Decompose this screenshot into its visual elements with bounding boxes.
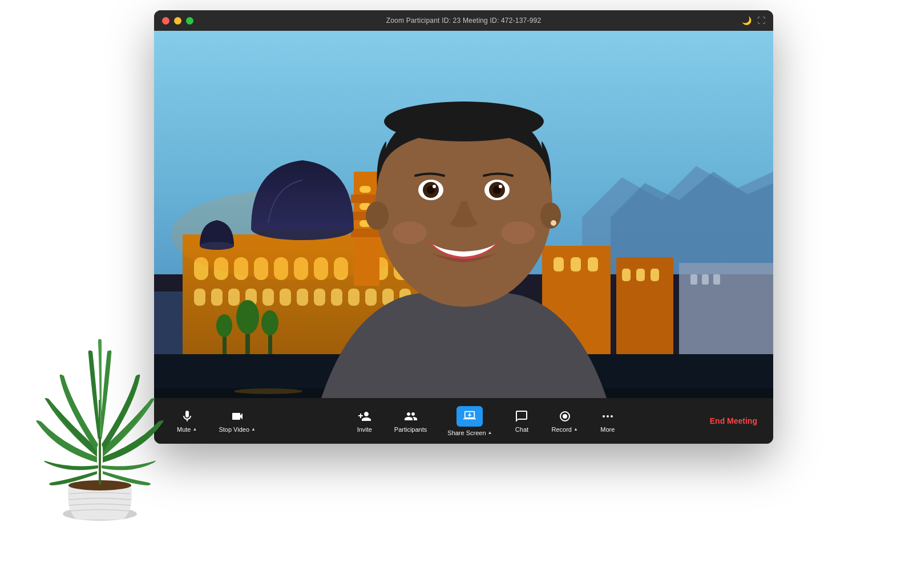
invite-icon bbox=[358, 409, 371, 423]
controls-left: Mute ▲ Stop Video ▲ bbox=[168, 405, 265, 437]
person-video bbox=[293, 31, 635, 398]
more-button[interactable]: More bbox=[589, 405, 626, 437]
invite-label: Invite bbox=[357, 426, 372, 433]
decorative-plant bbox=[34, 286, 165, 531]
video-area bbox=[154, 31, 773, 398]
controls-center: Invite Participants Share Screen ▲ bbox=[346, 402, 626, 441]
svg-point-69 bbox=[384, 102, 544, 141]
moon-icon[interactable]: 🌙 bbox=[742, 16, 752, 25]
svg-point-45 bbox=[261, 310, 278, 335]
svg-rect-18 bbox=[194, 289, 205, 306]
controls-bar: Mute ▲ Stop Video ▲ bbox=[154, 398, 773, 444]
zoom-window: Zoom Participant ID: 23 Meeting ID: 472-… bbox=[154, 10, 773, 444]
svg-point-84 bbox=[611, 415, 613, 417]
svg-point-73 bbox=[433, 185, 436, 188]
minimize-button[interactable] bbox=[174, 17, 181, 25]
mute-button[interactable]: Mute ▲ bbox=[168, 405, 206, 437]
svg-point-83 bbox=[607, 415, 609, 417]
svg-point-47 bbox=[216, 314, 232, 337]
title-bar: Zoom Participant ID: 23 Meeting ID: 472-… bbox=[154, 10, 773, 31]
stop-video-label: Stop Video ▲ bbox=[219, 426, 256, 433]
svg-rect-55 bbox=[651, 269, 659, 281]
svg-rect-23 bbox=[280, 289, 291, 306]
svg-point-77 bbox=[499, 185, 502, 188]
svg-rect-58 bbox=[702, 274, 709, 285]
svg-point-78 bbox=[393, 221, 427, 244]
more-label: More bbox=[600, 426, 615, 433]
window-title: Zoom Participant ID: 23 Meeting ID: 472-… bbox=[386, 17, 542, 25]
fullscreen-icon[interactable]: ⛶ bbox=[757, 16, 765, 25]
svg-point-43 bbox=[236, 300, 259, 334]
participants-icon bbox=[404, 409, 418, 423]
svg-point-68 bbox=[551, 220, 556, 226]
svg-rect-57 bbox=[690, 274, 697, 285]
svg-point-40 bbox=[200, 242, 234, 250]
svg-rect-59 bbox=[713, 274, 720, 285]
chat-icon bbox=[515, 409, 528, 423]
svg-point-82 bbox=[603, 415, 605, 417]
svg-rect-20 bbox=[228, 289, 240, 306]
invite-button[interactable]: Invite bbox=[346, 405, 383, 437]
share-screen-label: Share Screen ▲ bbox=[447, 429, 492, 436]
svg-rect-54 bbox=[636, 269, 645, 281]
svg-rect-19 bbox=[211, 289, 223, 306]
participants-label: Participants bbox=[394, 426, 427, 433]
share-screen-button[interactable]: Share Screen ▲ bbox=[438, 402, 501, 441]
microphone-icon bbox=[180, 409, 194, 423]
chat-label: Chat bbox=[515, 426, 528, 433]
stop-video-button[interactable]: Stop Video ▲ bbox=[209, 405, 265, 437]
title-bar-actions: 🌙 ⛶ bbox=[742, 16, 765, 25]
video-icon bbox=[231, 409, 244, 423]
svg-point-66 bbox=[366, 201, 389, 230]
participants-button[interactable]: Participants bbox=[385, 405, 436, 437]
chat-button[interactable]: Chat bbox=[503, 405, 540, 437]
end-meeting-button[interactable]: End Meeting bbox=[708, 412, 760, 430]
controls-right: End Meeting bbox=[708, 412, 760, 430]
window-controls bbox=[162, 17, 193, 25]
share-screen-icon-wrap bbox=[457, 406, 483, 427]
svg-point-79 bbox=[501, 221, 535, 244]
close-button[interactable] bbox=[162, 17, 169, 25]
svg-rect-22 bbox=[262, 289, 274, 306]
share-screen-icon bbox=[463, 409, 476, 421]
svg-point-67 bbox=[540, 202, 561, 229]
svg-point-81 bbox=[563, 414, 567, 419]
more-icon bbox=[601, 409, 615, 423]
record-icon bbox=[558, 409, 572, 423]
maximize-button[interactable] bbox=[186, 17, 193, 25]
record-label: Record ▲ bbox=[551, 426, 577, 433]
record-button[interactable]: Record ▲ bbox=[542, 405, 587, 437]
mute-label: Mute ▲ bbox=[177, 426, 197, 433]
